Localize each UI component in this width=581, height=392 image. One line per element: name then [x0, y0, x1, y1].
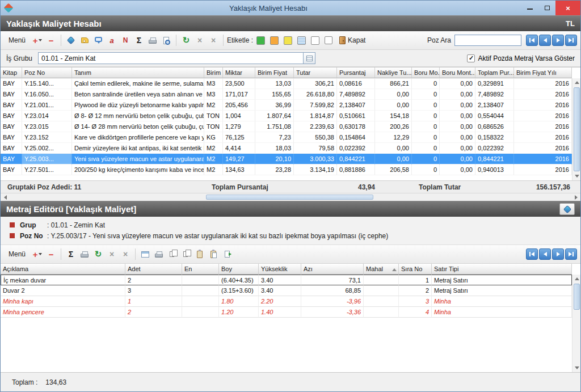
column-header[interactable]: Satır Tipi: [432, 264, 572, 275]
cell[interactable]: 0,00: [375, 89, 412, 100]
cell[interactable]: Ø 8- Ø 12 mm nervürlü beton çelik çubuğu…: [72, 111, 204, 121]
cell[interactable]: 18,03: [255, 143, 294, 154]
cell[interactable]: (3.15+3.60): [219, 285, 259, 296]
sum-button[interactable]: Σ: [65, 248, 77, 260]
cell[interactable]: 0,554044: [475, 111, 514, 121]
cell[interactable]: 1,004: [223, 111, 255, 121]
cell[interactable]: (6.40+4.35): [219, 275, 259, 285]
scrollbar-thumb[interactable]: [574, 87, 580, 171]
cell[interactable]: Y.23.015: [22, 121, 72, 132]
checkbox-checked-icon[interactable]: ✓: [467, 54, 475, 62]
cell[interactable]: İç mekan duvar: [1, 275, 125, 285]
cell[interactable]: BAY: [1, 89, 22, 100]
cell[interactable]: 2.20: [259, 296, 301, 307]
cell[interactable]: 149,27: [223, 154, 255, 165]
table-row[interactable]: BAYY.15.140...Çakıl temin edilerek, maki…: [1, 78, 572, 89]
cell[interactable]: 26.618,80: [294, 89, 337, 100]
cell[interactable]: [364, 296, 399, 307]
cell[interactable]: 3.40: [259, 275, 301, 285]
table-row[interactable]: BAYY.23.015Ø 14- Ø 28 mm nervürlü beton …: [1, 121, 572, 132]
cell[interactable]: 154,18: [375, 111, 412, 121]
table-row[interactable]: BAYY.25.002...Demir yüzeylere iki kat an…: [1, 143, 572, 154]
print-button[interactable]: [146, 34, 159, 47]
nav-next-button[interactable]: [552, 248, 564, 260]
print-preview-button[interactable]: [160, 34, 172, 47]
scroll-right-button[interactable]: [571, 193, 580, 201]
cell[interactable]: 0,844221: [475, 154, 514, 165]
cell[interactable]: 0,00: [440, 121, 475, 132]
cell[interactable]: Kare ve dikdörtgen profillerle pencere v…: [72, 132, 204, 143]
column-header[interactable]: Sıra No: [399, 264, 432, 275]
cell[interactable]: Y.25.002...: [22, 143, 72, 154]
cell[interactable]: 1.40: [259, 307, 301, 318]
cell[interactable]: 0,022392: [337, 143, 375, 154]
column-header[interactable]: Adet: [125, 264, 182, 275]
cell[interactable]: 3: [399, 296, 432, 307]
cell[interactable]: 7.599,82: [294, 100, 337, 111]
cancel-button[interactable]: ×: [106, 248, 118, 260]
comment-button[interactable]: [92, 34, 104, 47]
cell[interactable]: KG: [204, 132, 223, 143]
cell[interactable]: 0: [412, 143, 440, 154]
column-header[interactable]: Nakliye Tu...: [375, 68, 412, 78]
column-header[interactable]: Toplam Pur...: [475, 68, 514, 78]
table-row[interactable]: BAYY.23.152Kare ve dikdörtgen profillerl…: [1, 132, 572, 143]
cell[interactable]: 13,03: [255, 78, 294, 89]
cell[interactable]: 0,022392: [475, 143, 514, 154]
nav-next-button[interactable]: [552, 35, 564, 46]
cell[interactable]: BAY: [1, 121, 22, 132]
table-row[interactable]: BAYY.27.501...200/250 kg kireç/çimento k…: [1, 165, 572, 175]
cell[interactable]: [364, 275, 399, 285]
refresh-button[interactable]: ↻: [180, 34, 192, 47]
cell[interactable]: 0,00: [375, 100, 412, 111]
cell[interactable]: 1.814,87: [294, 111, 337, 121]
aktif-checkbox-group[interactable]: ✓ Aktif Pozda Metraj Varsa Göster: [467, 54, 575, 62]
cell[interactable]: Çakıl temin edilerek, makine ile serme, …: [72, 78, 204, 89]
cell[interactable]: 2016: [514, 165, 572, 175]
label-clear-checkbox[interactable]: [322, 34, 335, 47]
cell[interactable]: Plywood ile düz yüzeyli betonarme kalıbı…: [72, 100, 204, 111]
cell[interactable]: 76,125: [223, 132, 255, 143]
table-row[interactable]: İç mekan duvar2(6.40+4.35)3.4073,11Metra…: [1, 275, 572, 285]
metraj-header-button[interactable]: [559, 203, 575, 215]
cell[interactable]: 79,58: [294, 143, 337, 154]
column-header[interactable]: Birim Fiyat Yılı: [514, 68, 572, 78]
table-row[interactable]: BAYY.25.003...Yeni sıva yüzeylere macun …: [1, 154, 572, 165]
cell[interactable]: 0,00: [440, 100, 475, 111]
add-poz-button[interactable]: +: [31, 34, 44, 47]
cell[interactable]: 155,65: [255, 89, 294, 100]
cell[interactable]: Ø 14- Ø 28 mm nervürlü beton çelik çubuğ…: [72, 121, 204, 132]
cell[interactable]: Y.25.003...: [22, 154, 72, 165]
note-button[interactable]: N: [119, 34, 132, 47]
cell[interactable]: 0,08616: [337, 78, 375, 89]
cell[interactable]: 2016: [514, 154, 572, 165]
cell[interactable]: [182, 307, 219, 318]
table-row[interactable]: BAYY.21.001...Plywood ile düz yüzeyli be…: [1, 100, 572, 111]
nav-last-button[interactable]: [565, 248, 577, 260]
scroll-left-button[interactable]: [1, 193, 10, 201]
cell[interactable]: Metraj Satırı: [432, 275, 572, 285]
cell[interactable]: 2016: [514, 143, 572, 154]
cell[interactable]: TON: [204, 111, 223, 121]
poz-ara-input[interactable]: [454, 35, 521, 46]
cell[interactable]: 0,510661: [337, 111, 375, 121]
cell[interactable]: 3.134,19: [294, 165, 337, 175]
column-header[interactable]: Boru Mo...: [412, 68, 440, 78]
cell[interactable]: 0,00: [440, 78, 475, 89]
cell[interactable]: 68,85: [301, 285, 364, 296]
paste-button[interactable]: [207, 248, 220, 260]
column-header[interactable]: Boru Mont...: [440, 68, 475, 78]
cell[interactable]: M2: [204, 143, 223, 154]
sum-button[interactable]: Σ: [133, 34, 145, 47]
font-button[interactable]: a: [106, 34, 118, 47]
nav-prev-button[interactable]: [539, 35, 551, 46]
cell[interactable]: 0,881886: [337, 165, 375, 175]
kapat-button[interactable]: Kapat: [336, 35, 369, 45]
cell[interactable]: 1.751,08: [255, 121, 294, 132]
cell[interactable]: 2016: [514, 100, 572, 111]
column-header[interactable]: Miktar: [223, 68, 255, 78]
cell[interactable]: 2,138407: [337, 100, 375, 111]
cell[interactable]: 205,456: [223, 100, 255, 111]
cell[interactable]: 0: [412, 111, 440, 121]
cell[interactable]: 7,23: [255, 132, 294, 143]
